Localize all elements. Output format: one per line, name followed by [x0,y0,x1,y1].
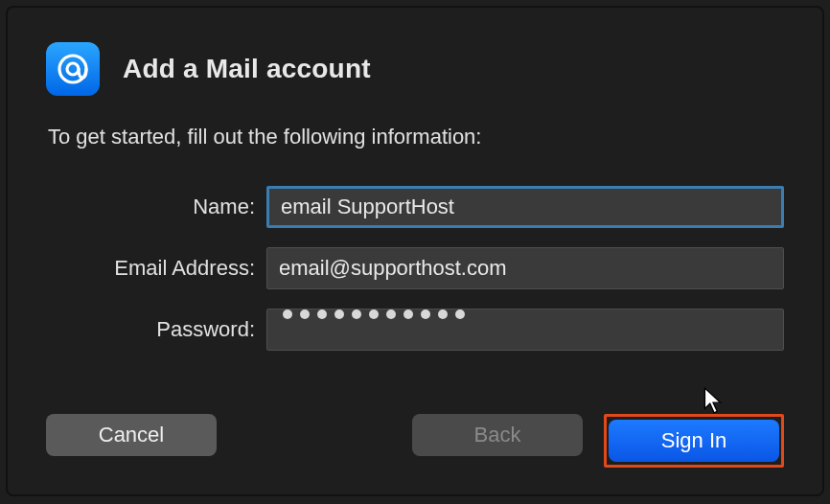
password-row: Password: [46,309,784,351]
name-label: Name: [46,195,255,219]
email-label: Email Address: [46,256,255,281]
button-bar: Cancel Back Sign In [46,414,784,468]
password-label: Password: [46,317,255,342]
back-button[interactable]: Back [412,414,583,456]
dialog-title: Add a Mail account [123,54,371,84]
password-input[interactable] [266,309,784,351]
mail-app-icon [46,42,100,96]
cursor-icon [703,386,724,415]
account-form: Name: Email Address: Password: [46,186,784,351]
email-input[interactable] [266,247,784,289]
signin-highlight: Sign In [604,414,784,468]
cancel-button[interactable]: Cancel [46,414,217,456]
instruction-text: To get started, fill out the following i… [48,125,784,149]
password-mask-dots [279,309,772,319]
dialog-header: Add a Mail account [46,42,784,96]
name-row: Name: [46,186,784,228]
email-row: Email Address: [46,247,784,289]
svg-point-1 [67,63,79,75]
add-mail-account-dialog: Add a Mail account To get started, fill … [6,6,824,496]
button-spacer [238,414,391,468]
signin-button[interactable]: Sign In [609,420,779,462]
name-input[interactable] [266,186,784,228]
